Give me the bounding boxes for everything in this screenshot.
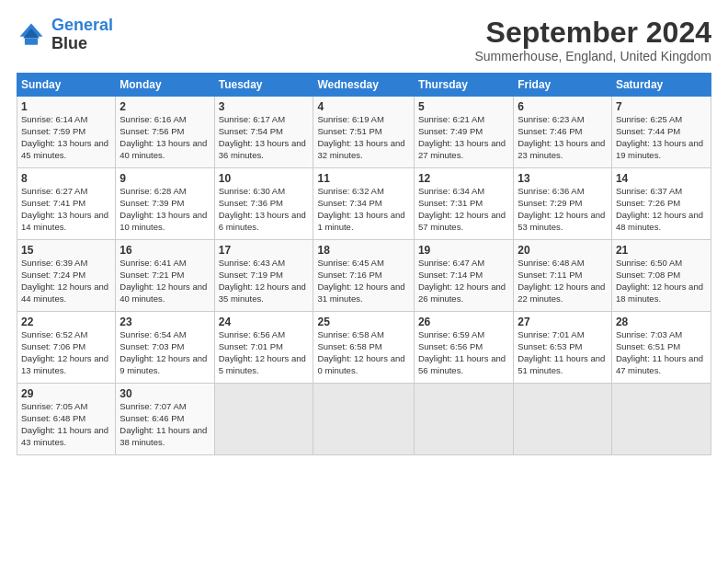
day-header-thursday: Thursday [414, 74, 513, 97]
calendar-cell: 15Sunrise: 6:39 AMSunset: 7:24 PMDayligh… [17, 240, 116, 312]
logo: GeneralBlue [17, 17, 113, 53]
cell-info: Sunrise: 6:16 AMSunset: 7:56 PMDaylight:… [119, 114, 210, 161]
day-header-wednesday: Wednesday [313, 74, 414, 97]
day-number: 24 [219, 316, 310, 328]
calendar-cell: 13Sunrise: 6:36 AMSunset: 7:29 PMDayligh… [514, 168, 612, 240]
day-number: 14 [616, 172, 707, 185]
calendar-cell: 22Sunrise: 6:52 AMSunset: 7:06 PMDayligh… [17, 312, 116, 384]
cell-info: Sunrise: 6:52 AMSunset: 7:06 PMDaylight:… [21, 329, 111, 376]
day-number: 30 [119, 387, 210, 400]
cell-info: Sunrise: 6:21 AMSunset: 7:49 PMDaylight:… [418, 114, 509, 161]
day-number: 25 [317, 316, 409, 328]
day-number: 28 [616, 316, 707, 328]
calendar-cell: 1Sunrise: 6:14 AMSunset: 7:59 PMDaylight… [17, 97, 116, 168]
cell-info: Sunrise: 7:03 AMSunset: 6:51 PMDaylight:… [616, 329, 707, 376]
cell-info: Sunrise: 6:59 AMSunset: 6:56 PMDaylight:… [418, 329, 509, 376]
cell-info: Sunrise: 6:56 AMSunset: 7:01 PMDaylight:… [219, 329, 310, 376]
calendar-cell: 4Sunrise: 6:19 AMSunset: 7:51 PMDaylight… [313, 97, 414, 168]
cell-info: Sunrise: 6:41 AMSunset: 7:21 PMDaylight:… [119, 258, 210, 304]
calendar-week-4: 22Sunrise: 6:52 AMSunset: 7:06 PMDayligh… [17, 312, 711, 384]
cell-info: Sunrise: 6:23 AMSunset: 7:46 PMDaylight:… [518, 114, 608, 161]
day-number: 9 [119, 172, 210, 185]
day-number: 23 [119, 316, 210, 328]
calendar-cell: 20Sunrise: 6:48 AMSunset: 7:11 PMDayligh… [514, 240, 612, 312]
cell-info: Sunrise: 6:58 AMSunset: 6:58 PMDaylight:… [317, 329, 409, 376]
day-header-monday: Monday [116, 74, 214, 97]
cell-info: Sunrise: 7:01 AMSunset: 6:53 PMDaylight:… [518, 329, 608, 376]
day-number: 20 [518, 244, 608, 257]
cell-info: Sunrise: 6:25 AMSunset: 7:44 PMDaylight:… [616, 114, 707, 161]
day-number: 8 [21, 172, 111, 185]
cell-info: Sunrise: 6:45 AMSunset: 7:16 PMDaylight:… [317, 258, 409, 304]
day-header-friday: Friday [514, 74, 612, 97]
calendar-week-1: 1Sunrise: 6:14 AMSunset: 7:59 PMDaylight… [17, 97, 711, 168]
cell-info: Sunrise: 6:34 AMSunset: 7:31 PMDaylight:… [418, 186, 509, 233]
calendar-cell [414, 384, 513, 455]
day-number: 21 [616, 244, 707, 257]
calendar-table: SundayMondayTuesdayWednesdayThursdayFrid… [17, 73, 711, 455]
calendar-cell [611, 384, 711, 455]
title-area: September 2024 Summerhouse, England, Uni… [474, 17, 711, 63]
day-number: 16 [119, 244, 210, 257]
cell-info: Sunrise: 6:14 AMSunset: 7:59 PMDaylight:… [21, 114, 111, 161]
day-number: 10 [219, 172, 310, 185]
calendar-cell: 6Sunrise: 6:23 AMSunset: 7:46 PMDaylight… [514, 97, 612, 168]
calendar-cell: 23Sunrise: 6:54 AMSunset: 7:03 PMDayligh… [116, 312, 214, 384]
cell-info: Sunrise: 6:36 AMSunset: 7:29 PMDaylight:… [518, 186, 608, 233]
calendar-cell: 3Sunrise: 6:17 AMSunset: 7:54 PMDaylight… [214, 97, 313, 168]
logo-icon [17, 20, 46, 50]
calendar-cell: 30Sunrise: 7:07 AMSunset: 6:46 PMDayligh… [116, 384, 214, 455]
calendar-cell: 26Sunrise: 6:59 AMSunset: 6:56 PMDayligh… [414, 312, 513, 384]
cell-info: Sunrise: 6:19 AMSunset: 7:51 PMDaylight:… [317, 114, 409, 161]
day-header-sunday: Sunday [17, 74, 116, 97]
calendar-week-5: 29Sunrise: 7:05 AMSunset: 6:48 PMDayligh… [17, 384, 711, 455]
calendar-page: GeneralBlue September 2024 Summerhouse, … [0, 0, 728, 563]
calendar-cell: 8Sunrise: 6:27 AMSunset: 7:41 PMDaylight… [17, 168, 116, 240]
calendar-cell [313, 384, 414, 455]
calendar-cell: 25Sunrise: 6:58 AMSunset: 6:58 PMDayligh… [313, 312, 414, 384]
cell-info: Sunrise: 6:47 AMSunset: 7:14 PMDaylight:… [418, 258, 509, 304]
calendar-cell [214, 384, 313, 455]
calendar-cell: 28Sunrise: 7:03 AMSunset: 6:51 PMDayligh… [611, 312, 711, 384]
day-number: 27 [518, 316, 608, 328]
subtitle: Summerhouse, England, United Kingdom [474, 49, 711, 63]
calendar-cell: 12Sunrise: 6:34 AMSunset: 7:31 PMDayligh… [414, 168, 513, 240]
day-number: 3 [219, 100, 310, 113]
cell-info: Sunrise: 6:54 AMSunset: 7:03 PMDaylight:… [119, 329, 210, 376]
calendar-cell: 16Sunrise: 6:41 AMSunset: 7:21 PMDayligh… [116, 240, 214, 312]
cell-info: Sunrise: 6:30 AMSunset: 7:36 PMDaylight:… [219, 186, 310, 233]
day-number: 18 [317, 244, 409, 257]
cell-info: Sunrise: 6:50 AMSunset: 7:08 PMDaylight:… [616, 258, 707, 304]
day-number: 11 [317, 172, 409, 185]
calendar-cell: 7Sunrise: 6:25 AMSunset: 7:44 PMDaylight… [611, 97, 711, 168]
cell-info: Sunrise: 7:07 AMSunset: 6:46 PMDaylight:… [119, 401, 210, 448]
day-number: 29 [21, 387, 111, 400]
cell-info: Sunrise: 6:32 AMSunset: 7:34 PMDaylight:… [317, 186, 409, 233]
calendar-week-2: 8Sunrise: 6:27 AMSunset: 7:41 PMDaylight… [17, 168, 711, 240]
cell-info: Sunrise: 6:17 AMSunset: 7:54 PMDaylight:… [219, 114, 310, 161]
calendar-cell: 17Sunrise: 6:43 AMSunset: 7:19 PMDayligh… [214, 240, 313, 312]
logo-text: GeneralBlue [51, 17, 113, 53]
calendar-cell [514, 384, 612, 455]
header: GeneralBlue September 2024 Summerhouse, … [17, 17, 711, 63]
calendar-cell: 5Sunrise: 6:21 AMSunset: 7:49 PMDaylight… [414, 97, 513, 168]
calendar-cell: 27Sunrise: 7:01 AMSunset: 6:53 PMDayligh… [514, 312, 612, 384]
cell-info: Sunrise: 6:43 AMSunset: 7:19 PMDaylight:… [219, 258, 310, 304]
day-header-saturday: Saturday [611, 74, 711, 97]
day-headers-row: SundayMondayTuesdayWednesdayThursdayFrid… [17, 74, 711, 97]
calendar-cell: 21Sunrise: 6:50 AMSunset: 7:08 PMDayligh… [611, 240, 711, 312]
calendar-cell: 9Sunrise: 6:28 AMSunset: 7:39 PMDaylight… [116, 168, 214, 240]
calendar-body: 1Sunrise: 6:14 AMSunset: 7:59 PMDaylight… [17, 97, 711, 455]
calendar-cell: 24Sunrise: 6:56 AMSunset: 7:01 PMDayligh… [214, 312, 313, 384]
day-number: 13 [518, 172, 608, 185]
day-number: 4 [317, 100, 409, 113]
cell-info: Sunrise: 7:05 AMSunset: 6:48 PMDaylight:… [21, 401, 111, 448]
cell-info: Sunrise: 6:27 AMSunset: 7:41 PMDaylight:… [21, 186, 111, 233]
svg-rect-2 [25, 38, 38, 44]
cell-info: Sunrise: 6:39 AMSunset: 7:24 PMDaylight:… [21, 258, 111, 304]
day-number: 1 [21, 100, 111, 113]
calendar-cell: 29Sunrise: 7:05 AMSunset: 6:48 PMDayligh… [17, 384, 116, 455]
cell-info: Sunrise: 6:48 AMSunset: 7:11 PMDaylight:… [518, 258, 608, 304]
calendar-cell: 11Sunrise: 6:32 AMSunset: 7:34 PMDayligh… [313, 168, 414, 240]
day-number: 12 [418, 172, 509, 185]
